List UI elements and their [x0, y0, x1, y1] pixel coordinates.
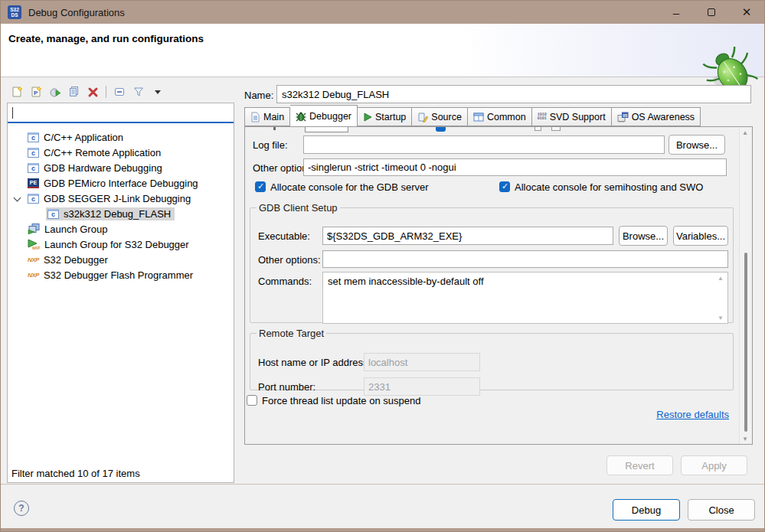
- commands-label: Commands:: [258, 276, 312, 287]
- nxp-icon: NXP: [28, 256, 39, 263]
- header-banner: Create, manage, and run configurations: [1, 24, 764, 77]
- c-application-icon: [47, 209, 59, 219]
- vertical-scrollbar[interactable]: ▲ ▼: [739, 128, 750, 444]
- tree-item-s32k312-debug-flash[interactable]: s32k312 Debug_FLASH: [8, 206, 234, 221]
- log-file-input[interactable]: [303, 135, 665, 154]
- clipped-fragment: [551, 127, 561, 131]
- nxp-icon: NXP: [28, 272, 39, 279]
- tree-item-gdb-segger-jlink[interactable]: GDB SEGGER J-Link Debugging: [8, 191, 234, 206]
- window-bottom-edge: [1, 528, 764, 532]
- clipped-fragment: [535, 127, 541, 131]
- executable-label: Executable:: [258, 230, 310, 242]
- executable-browse-button[interactable]: Browse...: [619, 226, 668, 246]
- tab-startup[interactable]: Startup: [358, 107, 412, 126]
- force-thread-list-label: Force thread list update on suspend: [262, 395, 420, 406]
- svg-text:P: P: [34, 90, 38, 96]
- s32ds-app-icon: S32 DS: [8, 5, 21, 19]
- tree-item-s32-debugger[interactable]: NXP S32 Debugger: [8, 252, 234, 267]
- gdb-client-setup-title: GDB Client Setup: [257, 202, 340, 214]
- allocate-console-gdb-checkbox[interactable]: [255, 181, 266, 192]
- clipped-input-fragment: [305, 127, 348, 132]
- client-other-options-input[interactable]: [322, 250, 728, 268]
- tab-svd-support[interactable]: 1010 0101 SVD Support: [532, 107, 612, 126]
- port-input: [364, 377, 480, 396]
- force-thread-list-checkbox[interactable]: [247, 395, 257, 406]
- window-controls: – ✕: [659, 1, 764, 24]
- close-window-button[interactable]: ✕: [729, 1, 764, 24]
- tab-source[interactable]: Source: [412, 107, 468, 126]
- configuration-tabs: Main Debugger Startup Source Common 1010: [244, 107, 701, 126]
- client-other-options-label: Other options:: [258, 254, 321, 266]
- filter-icon[interactable]: [132, 86, 145, 99]
- tab-main[interactable]: Main: [244, 107, 290, 126]
- remote-target-title: Remote Target: [257, 328, 326, 339]
- bug-icon: [296, 111, 306, 122]
- maximize-button[interactable]: [694, 1, 729, 24]
- revert-button[interactable]: Revert: [606, 455, 673, 475]
- window-title: Debug Configurations: [28, 7, 125, 18]
- tree-item-cpp-application[interactable]: C/C++ Application: [8, 129, 234, 145]
- help-button[interactable]: ?: [14, 501, 29, 516]
- host-input: [364, 353, 480, 371]
- new-launch-configuration-icon[interactable]: [10, 86, 23, 99]
- collapse-all-icon[interactable]: [113, 86, 126, 99]
- debug-button[interactable]: Debug: [613, 499, 680, 521]
- c-application-icon: [28, 194, 39, 204]
- tree-item-gdb-pemicro[interactable]: PE GDB PEMicro Interface Debugging: [8, 175, 234, 191]
- restore-defaults-link[interactable]: Restore defaults: [656, 409, 729, 420]
- filter-status-text: Filter matched 10 of 17 items: [11, 468, 140, 479]
- server-other-options-input[interactable]: [303, 158, 727, 176]
- os-chip-icon: 05: [617, 112, 629, 122]
- filter-menu-dropdown-icon[interactable]: [151, 86, 164, 99]
- source-icon: [417, 112, 428, 122]
- tree-item-cpp-remote-application[interactable]: C/C++ Remote Application: [8, 145, 234, 160]
- minimize-button[interactable]: –: [659, 1, 694, 24]
- log-file-browse-button[interactable]: Browse...: [669, 135, 725, 155]
- c-application-icon: [28, 132, 39, 142]
- gdb-client-setup-group: GDB Client Setup Executable: Browse... V…: [250, 202, 734, 323]
- document-icon: [250, 112, 260, 122]
- scrollbar-thumb[interactable]: [744, 253, 747, 432]
- commands-scroll-down-icon[interactable]: ▼: [718, 315, 724, 321]
- executable-variables-button[interactable]: Variables...: [673, 226, 728, 246]
- chevron-down-icon[interactable]: [14, 194, 21, 202]
- tab-debugger[interactable]: Debugger: [290, 105, 358, 126]
- play-icon: [363, 113, 372, 122]
- binary-icon: 1010 0101: [538, 113, 547, 121]
- tree-item-launch-group[interactable]: Launch Group: [8, 221, 234, 237]
- host-label: Host name or IP address:: [258, 357, 371, 368]
- tab-common[interactable]: Common: [468, 107, 532, 126]
- executable-input[interactable]: [322, 227, 613, 245]
- log-file-label: Log file:: [253, 139, 288, 151]
- c-application-icon: [28, 163, 39, 173]
- duplicate-launch-configuration-icon[interactable]: [67, 86, 80, 99]
- pemicro-icon: PE: [28, 178, 39, 188]
- allocate-console-gdb-label: Allocate console for the GDB server: [270, 181, 429, 193]
- commands-scroll-up-icon[interactable]: ▲: [718, 275, 724, 282]
- allocate-console-swo-label: Allocate console for semihosting and SWO: [515, 181, 703, 193]
- tree-item-s32-flash-programmer[interactable]: NXP S32 Debugger Flash Programmer: [8, 267, 234, 282]
- port-label: Port number:: [258, 381, 315, 393]
- selected-highlight: s32k312 Debug_FLASH: [46, 207, 175, 220]
- apply-button[interactable]: Apply: [681, 455, 747, 475]
- scroll-up-icon[interactable]: ▲: [740, 129, 750, 136]
- tree-item-launch-group-s32[interactable]: NXP Launch Group for S32 Debugger: [8, 237, 234, 252]
- commands-textarea[interactable]: set mem inaccessible-by-default off: [322, 272, 728, 324]
- toolbar-separator: [106, 86, 106, 98]
- export-launch-configurations-icon[interactable]: [48, 86, 61, 99]
- tab-os-awareness[interactable]: 05 OS Awareness: [612, 107, 701, 126]
- svg-text:05: 05: [623, 113, 627, 117]
- tree-item-gdb-hardware-debugging[interactable]: GDB Hardware Debugging: [8, 160, 234, 175]
- maximize-icon: [708, 8, 715, 16]
- filter-input[interactable]: [8, 103, 234, 123]
- allocate-console-swo-checkbox[interactable]: [499, 181, 510, 192]
- text-cursor: [12, 107, 13, 119]
- delete-launch-configuration-icon[interactable]: [87, 86, 100, 99]
- c-application-icon: [28, 148, 39, 158]
- name-input[interactable]: [276, 85, 751, 103]
- close-button[interactable]: Close: [688, 499, 755, 521]
- new-launch-prototype-icon[interactable]: P: [29, 86, 42, 99]
- title-bar[interactable]: S32 DS Debug Configurations – ✕: [1, 1, 764, 24]
- scroll-down-icon[interactable]: ▼: [740, 436, 750, 442]
- remote-target-group: Remote Target Host name or IP address: P…: [250, 328, 734, 390]
